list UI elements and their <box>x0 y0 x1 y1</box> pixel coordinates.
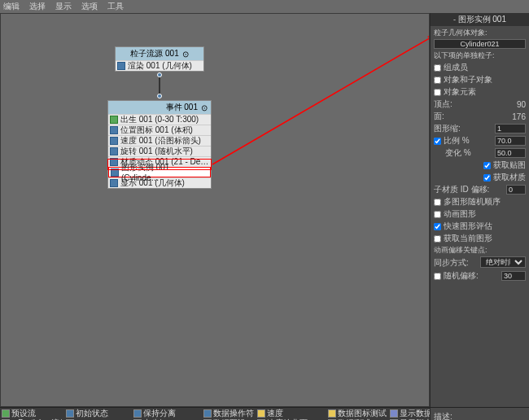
depot: 预设流mParticles 流*空流一键式流出生出生文件出生绘制出生纹理出生流*… <box>0 407 529 420</box>
chk-anim[interactable]: 动画图形 <box>434 208 526 220</box>
face-label: 面: <box>434 111 444 122</box>
scale-spinner[interactable]: 70.0 <box>495 136 526 146</box>
svg-marker-1 <box>427 33 429 41</box>
annotation-arrow <box>1 14 429 274</box>
depot-icon <box>390 409 398 418</box>
desc-panel: 描述: <box>430 408 529 420</box>
flow-render-op[interactable]: 渲染 001 (几何体) <box>116 60 203 71</box>
input-port[interactable] <box>157 94 162 98</box>
op-icon <box>110 116 118 124</box>
sync-label: 同步方式: <box>434 257 469 269</box>
obj-label: 粒子几何体对象: <box>434 28 526 38</box>
face-value: 176 <box>512 112 526 121</box>
obj-picker[interactable]: Cylinder021 <box>434 39 526 49</box>
anim-offset-label: 动画偏移关键点: <box>434 245 526 256</box>
svg-line-0 <box>212 37 429 164</box>
depot-icon <box>133 409 142 418</box>
op-icon <box>110 126 118 134</box>
shape-spinner[interactable]: 1 <box>495 124 526 133</box>
chk-map[interactable]: 获取贴图 <box>434 160 526 171</box>
chk-cur[interactable]: 获取当前图形 <box>434 233 526 244</box>
sync-select[interactable]: 绝对时间 <box>480 256 526 268</box>
shape-label: 图形缩: <box>434 123 461 134</box>
depot-item[interactable]: 初始状态 <box>66 409 129 418</box>
event-op-0[interactable]: 出生 001 (0-30 T:300) <box>108 114 211 125</box>
menu-display[interactable]: 显示 <box>55 1 72 12</box>
chk-multi[interactable]: 多图形随机顺序 <box>434 196 526 208</box>
depot-icon <box>2 409 10 418</box>
vert-value: 90 <box>517 100 526 109</box>
event-title[interactable]: 事件 001 ⊙ <box>108 101 211 114</box>
flow-canvas[interactable]: 粒子流源 001 ⊙ 渲染 001 (几何体) 事件 001 ⊙ 出生 001 … <box>0 13 430 407</box>
depot-col-3: 数据操作符数据预设缩放材质动态材质静态材质频率组选择组操作符脚本操作符自旋贴图 <box>202 408 256 420</box>
menu-edit[interactable]: 编辑 <box>3 1 20 12</box>
chk-group[interactable]: 组成员 <box>434 62 526 73</box>
menu-select[interactable]: 选择 <box>29 1 46 12</box>
flow-source-title[interactable]: 粒子流源 001 ⊙ <box>116 47 203 60</box>
depot-icon <box>328 409 336 418</box>
op-icon <box>110 158 118 166</box>
var-spinner[interactable]: 50.0 <box>495 148 526 158</box>
sep-label: 以下项的单独粒子: <box>434 50 526 61</box>
chk-rand[interactable]: 随机偏移: <box>434 270 479 282</box>
render-icon <box>117 62 125 70</box>
chk-mat[interactable]: 获取材质 <box>434 172 526 183</box>
depot-col-4: 速度速度按曲面mP 碰撞*mP 粒子间碰撞*mP 粘合*停止*发送出去复制拆分数… <box>256 408 327 420</box>
event-node[interactable]: 事件 001 ⊙ 出生 001 (0-30 T:300)位置图标 001 (体积… <box>107 100 212 189</box>
chk-children[interactable]: 对象和子对象 <box>434 74 526 85</box>
vert-label: 顶点: <box>434 98 452 110</box>
rand-spinner[interactable]: 30 <box>501 271 526 281</box>
event-op-5[interactable]: 图形实例 001 (Cylinde… <box>108 167 211 177</box>
flow-source-node[interactable]: 粒子流源 001 ⊙ 渲染 001 (几何体) <box>115 46 204 72</box>
chk-scale[interactable]: 比例 % <box>434 135 470 147</box>
depot-icon <box>203 409 212 418</box>
submat-label: 子材质 ID 偏移: <box>434 184 489 195</box>
op-icon <box>110 147 118 155</box>
op-icon <box>110 137 118 145</box>
menu-options[interactable]: 选项 <box>81 1 98 12</box>
chk-elements[interactable]: 对象元素 <box>434 86 526 98</box>
properties-panel: - 图形实例 001 粒子几何体对象: Cylinder021 以下项的单独粒子… <box>430 13 529 407</box>
depot-icon <box>66 409 74 418</box>
menu-tools[interactable]: 工具 <box>107 1 124 12</box>
submat-spinner[interactable]: 0 <box>506 185 526 195</box>
depot-col-5: 数据图标测试数据测试碰撞查找目标继续繁衍缩放繁殖繁衍脚本测试速度测试锁定/粘着登… <box>326 408 388 420</box>
op-icon <box>110 179 118 187</box>
desc-label: 描述: <box>434 412 452 420</box>
event-op-2[interactable]: 速度 001 (沿图标箭头) <box>108 135 211 146</box>
connection-line <box>159 77 160 95</box>
menubar: 编辑 选择 显示 选项 工具 <box>0 0 529 13</box>
depot-icon <box>257 409 265 418</box>
chk-fast[interactable]: 快速图形评估 <box>434 221 526 232</box>
var-label: 变化 % <box>434 147 471 159</box>
depot-col-0: 预设流mParticles 流*空流一键式流出生出生文件出生绘制出生纹理出生流*… <box>0 408 64 420</box>
panel-header: - 图形实例 001 <box>431 13 529 26</box>
depot-col-2: 保持分离出生*删除力图形图形实例图形朝向图形标决定缩放摄影机IMBlur*摄影机… <box>132 408 202 420</box>
event-op-3[interactable]: 旋转 001 (随机水平) <box>108 146 211 156</box>
depot-col-6: 显示数据显示脚本*注释缓存缓存磁盘缓存选择性 <box>388 408 430 420</box>
op-icon <box>111 168 119 177</box>
depot-col-1: 初始状态BlurWind*Random Walk*Spin Limit*mP 世… <box>64 408 131 420</box>
event-op-1[interactable]: 位置图标 001 (体积) <box>108 125 211 135</box>
